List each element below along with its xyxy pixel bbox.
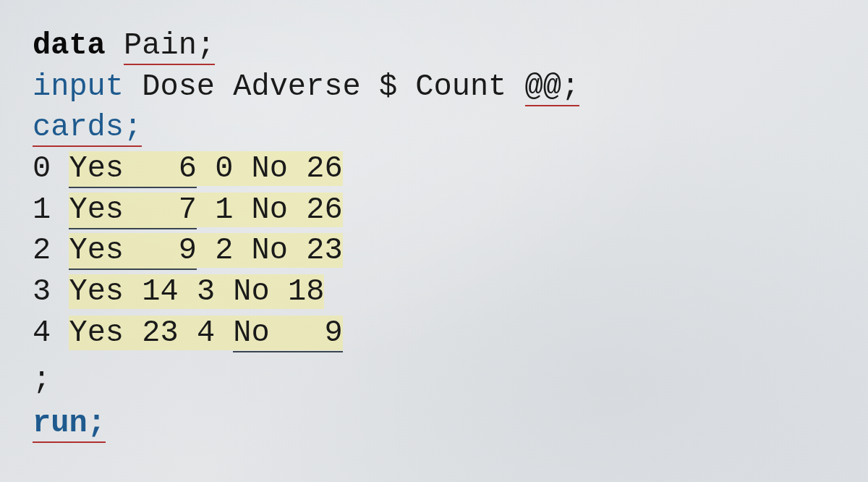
data-yes-4: Yes 23 4 No 9 [69, 316, 342, 350]
trailing-at: @@; [525, 69, 580, 106]
data-yes-1: Yes 7 [69, 193, 196, 229]
keyword-cards: cards; [33, 110, 142, 147]
data-yes-0: Yes 6 [69, 151, 196, 188]
keyword-run: run; [33, 406, 106, 443]
code-line-data: data Pain; [33, 25, 835, 67]
code-line-terminator: ; [33, 360, 835, 401]
data-row-1: 1 Yes 7 1 No 26 [33, 190, 835, 231]
dataset-name: Pain; [124, 28, 215, 65]
data-row-2: 2 Yes 9 2 No 23 [33, 230, 835, 271]
input-variables: Dose Adverse $ Count [124, 69, 525, 104]
code-line-run: run; [33, 403, 835, 444]
data-yes-2: Yes 9 [69, 233, 196, 270]
sas-code-editor[interactable]: data Pain; input Dose Adverse $ Count @@… [33, 25, 835, 444]
code-line-cards: cards; [33, 107, 835, 148]
code-line-input: input Dose Adverse $ Count @@; [33, 67, 835, 108]
keyword-data: data [33, 28, 106, 63]
keyword-input: input [33, 69, 124, 104]
data-row-4: 4 Yes 23 4 No 9 [33, 313, 835, 354]
data-yes-3: Yes 14 3 No 18 [69, 274, 324, 309]
data-row-0: 0 Yes 6 0 No 26 [33, 148, 835, 190]
data-row-3: 3 Yes 14 3 No 18 [33, 271, 835, 313]
